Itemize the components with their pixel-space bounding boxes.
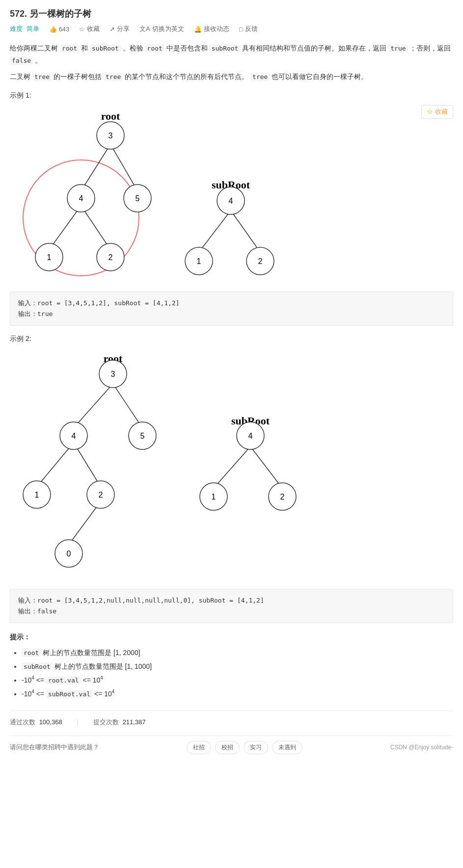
- star-icon: ☆: [79, 26, 85, 33]
- svg-line-6: [81, 206, 110, 250]
- svg-line-29: [37, 443, 74, 487]
- social-recruit-button[interactable]: 社招: [187, 741, 211, 754]
- svg-text:4: 4: [72, 432, 76, 440]
- bottom-question: 请问您在哪类招聘中遇到此题？: [10, 743, 99, 752]
- svg-line-17: [199, 210, 231, 252]
- job-type-buttons: 社招 校招 实习 未遇到: [187, 741, 302, 754]
- example2-code: 输入：root = [3,4,5,1,2,null,null,null,null…: [10, 589, 453, 623]
- svg-text:5: 5: [140, 432, 145, 440]
- svg-text:1: 1: [47, 253, 52, 262]
- share-icon: ↗: [109, 26, 115, 33]
- svg-line-28: [113, 384, 142, 428]
- submit-count: 提交次数 211,387: [93, 718, 146, 727]
- svg-line-31: [69, 501, 101, 545]
- page-container: 572. 另一棵树的子树 难度 简单 👍 643 ☆ 收藏 ↗ 分享 文A 切换…: [0, 0, 463, 762]
- svg-line-44: [214, 447, 250, 488]
- svg-text:1: 1: [197, 257, 201, 265]
- svg-text:5: 5: [136, 194, 140, 203]
- svg-text:2: 2: [280, 493, 285, 501]
- svg-line-45: [250, 447, 282, 488]
- feedback-icon: □: [239, 26, 243, 33]
- translate-icon: 文A: [139, 25, 150, 33]
- svg-line-27: [74, 384, 113, 428]
- example2-title: 示例 2:: [10, 335, 453, 343]
- credit-text: CSDN @Enjoy solitude-: [390, 744, 453, 751]
- svg-line-3: [81, 144, 110, 191]
- svg-text:root: root: [101, 110, 120, 122]
- share-button[interactable]: ↗ 分享: [109, 25, 130, 33]
- tips-list: root 树上的节点数量范围是 [1, 2000] subRoot 树上的节点数…: [10, 646, 453, 701]
- translate-button[interactable]: 文A 切换为英文: [139, 25, 184, 33]
- svg-line-5: [49, 206, 81, 250]
- svg-text:4: 4: [229, 197, 233, 205]
- thumbs-up-icon: 👍: [49, 26, 57, 33]
- example1-code: 输入：root = [3,4,5,1,2], subRoot = [4,1,2]…: [10, 291, 453, 326]
- list-item: -104 <= subRoot.val <= 104: [22, 687, 453, 701]
- stats-bar: 通过次数 100,368 | 提交次数 211,387: [10, 710, 453, 727]
- pass-count: 通过次数 100,368: [10, 718, 62, 727]
- description: 给你两棵二叉树 root 和 subRoot 。检验 root 中是否包含和 s…: [10, 42, 453, 83]
- tree-diagram-1: root subRoot 3 4 5: [10, 105, 314, 287]
- svg-text:2: 2: [99, 491, 103, 499]
- tree-diagram-2: root subRoot 3 4 5 1: [10, 348, 319, 584]
- list-item: subRoot 树上的节点数量范围是 [1, 1000]: [22, 659, 453, 673]
- svg-line-18: [231, 210, 260, 252]
- example1-title: 示例 1:: [10, 91, 453, 100]
- svg-text:2: 2: [258, 257, 263, 265]
- bottom-bar: 请问您在哪类招聘中遇到此题？ 社招 校招 实习 未遇到 CSDN @Enjoy …: [10, 736, 453, 754]
- feedback-button[interactable]: □ 反馈: [239, 25, 258, 33]
- example2-diagram: root subRoot 3 4 5 1: [10, 348, 453, 584]
- page-title: 572. 另一棵树的子树: [10, 8, 453, 20]
- list-item: root 树上的节点数量范围是 [1, 2000]: [22, 646, 453, 659]
- subscribe-button[interactable]: 🔔 接收动态: [194, 25, 229, 33]
- not-encountered-button[interactable]: 未遇到: [272, 741, 302, 754]
- svg-text:3: 3: [111, 370, 115, 378]
- example1-diagram: ☆ 收藏 root subRoot 3 4: [10, 105, 453, 287]
- example1-input: 输入：root = [3,4,5,1,2], subRoot = [4,1,2]: [18, 298, 445, 309]
- svg-text:4: 4: [79, 194, 83, 203]
- svg-text:2: 2: [109, 253, 113, 262]
- meta-bar: 难度 简单 👍 643 ☆ 收藏 ↗ 分享 文A 切换为英文 🔔 接收动态 □ …: [10, 25, 453, 33]
- intern-button[interactable]: 实习: [244, 741, 268, 754]
- example2-output: 输出：false: [18, 606, 445, 617]
- difficulty: 难度 简单: [10, 25, 39, 33]
- svg-text:4: 4: [248, 432, 253, 440]
- bell-icon: 🔔: [194, 26, 202, 33]
- example2-input: 输入：root = [3,4,5,1,2,null,null,null,null…: [18, 595, 445, 606]
- svg-text:1: 1: [35, 491, 39, 499]
- svg-text:0: 0: [67, 550, 71, 558]
- tips-section: 提示： root 树上的节点数量范围是 [1, 2000] subRoot 树上…: [10, 633, 453, 701]
- campus-recruit-button[interactable]: 校招: [215, 741, 240, 754]
- bookmark-button[interactable]: ☆ 收藏: [421, 105, 453, 119]
- likes-item[interactable]: 👍 643: [49, 26, 70, 33]
- svg-line-4: [110, 144, 137, 191]
- list-item: -104 <= root.val <= 104: [22, 673, 453, 687]
- example1-output: 输出：true: [18, 309, 445, 319]
- tips-title: 提示：: [10, 633, 453, 642]
- svg-text:3: 3: [109, 132, 113, 140]
- collect-button[interactable]: ☆ 收藏: [79, 25, 100, 33]
- svg-text:1: 1: [212, 493, 216, 501]
